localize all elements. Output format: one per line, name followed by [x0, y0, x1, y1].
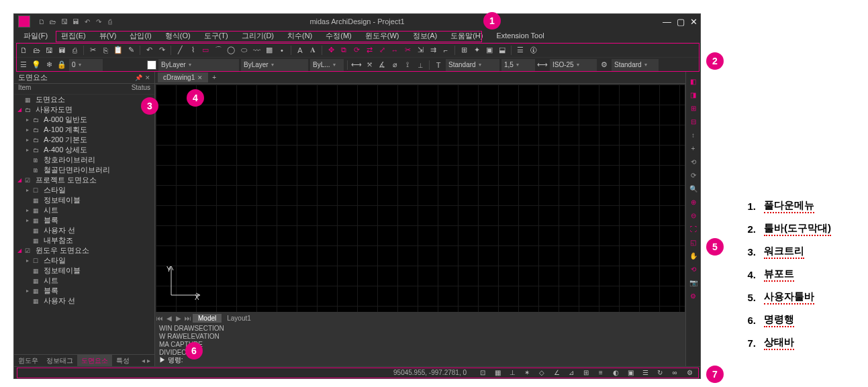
- maximize-button[interactable]: ▢: [677, 17, 685, 27]
- tree-twisty-icon[interactable]: ▸: [25, 187, 30, 193]
- add-tab-button[interactable]: +: [208, 74, 220, 81]
- tree-node[interactable]: ◢☑프로젝트 도면요소: [14, 175, 154, 185]
- layout-first-icon[interactable]: ⏮: [155, 315, 164, 322]
- tree-node[interactable]: ▦내부참조: [14, 235, 154, 245]
- tb-block-icon[interactable]: ▣: [484, 45, 495, 56]
- tb2-lock-icon[interactable]: 🔒: [56, 60, 67, 70]
- tb-mtext-icon[interactable]: 𝐀: [307, 45, 318, 56]
- qat-print-icon[interactable]: ⎙: [105, 17, 115, 26]
- status-dyn-icon[interactable]: ⊞: [581, 368, 591, 378]
- tb-hatch-icon[interactable]: ▩: [264, 45, 275, 56]
- tree-twisty-icon[interactable]: ▸: [25, 117, 30, 123]
- tree-node[interactable]: ▦정보테이블: [14, 266, 154, 276]
- status-sel-icon[interactable]: ☰: [640, 368, 650, 378]
- tb-move-icon[interactable]: ✥: [326, 45, 336, 56]
- rt-icon-9[interactable]: 🔍: [688, 183, 699, 194]
- layout-next-icon[interactable]: ▶: [174, 315, 183, 322]
- menu-file[interactable]: 파일(F): [18, 30, 53, 42]
- tree-node[interactable]: ▸🗀A-100 계획도: [14, 125, 154, 135]
- close-tab-icon[interactable]: ✕: [197, 74, 203, 81]
- tree-node[interactable]: ▦사용자 선: [14, 225, 154, 235]
- tb-mirror-icon[interactable]: ⇄: [364, 45, 375, 56]
- tree-node[interactable]: ▦시트: [14, 276, 154, 286]
- tree-node[interactable]: ▦사용자 선: [14, 296, 154, 306]
- status-ws-icon[interactable]: ⚙: [684, 368, 695, 378]
- color-dropdown[interactable]: ByLayer ▾: [241, 59, 308, 71]
- tb-match-icon[interactable]: ✎: [126, 45, 136, 56]
- qat-redo-icon[interactable]: ↷: [94, 17, 103, 26]
- color-swatch[interactable]: [147, 60, 156, 70]
- rt-icon-1[interactable]: ◧: [688, 76, 699, 87]
- tree-node[interactable]: ▸▦블록: [14, 215, 154, 225]
- tree-twisty-icon[interactable]: ▸: [25, 147, 30, 153]
- tb-layer-icon[interactable]: ☰: [515, 45, 526, 56]
- menu-edit[interactable]: 편집(E): [56, 30, 91, 42]
- pin-icon[interactable]: 📌: [135, 74, 142, 81]
- tree-node[interactable]: ◢🗀사용자도면: [14, 105, 154, 115]
- rt-icon-16[interactable]: 📷: [688, 277, 699, 288]
- rt-icon-6[interactable]: +: [688, 143, 699, 154]
- tb-undo-icon[interactable]: ↶: [144, 45, 154, 56]
- menu-help[interactable]: 도움말(H): [445, 30, 488, 42]
- rt-icon-2[interactable]: ◨: [688, 89, 699, 100]
- tree-node[interactable]: ▦도면요소: [14, 95, 154, 105]
- tb-copy2-icon[interactable]: ⧉: [338, 45, 349, 56]
- menu-draw[interactable]: 그리기(D): [236, 30, 279, 42]
- tb-array-icon[interactable]: ⊞: [459, 45, 469, 56]
- std-dropdown[interactable]: Standard ▾: [612, 59, 659, 71]
- tree-node[interactable]: ▸▦시트: [14, 205, 154, 215]
- tree-twisty-icon[interactable]: ▸: [25, 137, 30, 143]
- tree-twisty-icon[interactable]: ◢: [17, 107, 22, 113]
- rt-icon-13[interactable]: ◱: [688, 237, 699, 247]
- menu-insert[interactable]: 삽입(I): [124, 30, 156, 42]
- tb2-dimstyle-icon[interactable]: ⟷: [537, 60, 548, 70]
- tb-scale-icon[interactable]: ⤢: [377, 45, 387, 56]
- tb-offset-icon[interactable]: ⇉: [428, 45, 438, 56]
- layout-last-icon[interactable]: ⏭: [183, 315, 193, 322]
- tb2-layers-icon[interactable]: ☰: [18, 60, 29, 70]
- tb-copy-icon[interactable]: ⎘: [100, 45, 111, 56]
- command-prompt[interactable]: ▶ 명령:: [159, 355, 681, 365]
- tree-twisty-icon[interactable]: ◢: [17, 177, 22, 183]
- close-button[interactable]: ✕: [690, 17, 697, 27]
- tb-insert-icon[interactable]: ⬓: [497, 45, 508, 56]
- tree-twisty-icon[interactable]: ▸: [25, 207, 30, 213]
- menu-tools[interactable]: 도구(T): [199, 30, 234, 42]
- tb2-dim2-icon[interactable]: ⤧: [364, 60, 375, 70]
- tb2-std-icon[interactable]: ⚙: [599, 60, 610, 70]
- minimize-button[interactable]: —: [663, 17, 671, 27]
- tb2-dim1-icon[interactable]: ⟷: [351, 60, 362, 70]
- tb-cut-icon[interactable]: ✂: [87, 45, 98, 56]
- rt-icon-12[interactable]: ⛶: [688, 223, 699, 234]
- tb-rect-icon[interactable]: ▭: [200, 45, 211, 56]
- tb2-dim4-icon[interactable]: ⌀: [389, 60, 400, 70]
- menu-dimension[interactable]: 치수(N): [282, 30, 318, 42]
- linetype-dropdown[interactable]: ByL... ▾: [310, 59, 344, 71]
- status-ducs-icon[interactable]: ⊿: [566, 368, 577, 378]
- tree-tab-properties[interactable]: 특성: [112, 355, 134, 367]
- tree-tab-infotag[interactable]: 정보태그: [42, 355, 77, 367]
- tree-tab-window[interactable]: 윈도우: [14, 355, 42, 367]
- status-ortho-icon[interactable]: ⊥: [507, 368, 518, 378]
- tree-twisty-icon[interactable]: ▸: [25, 288, 30, 294]
- tree-node[interactable]: ▸🗀A-200 기본도: [14, 135, 154, 145]
- lineweight-dropdown[interactable]: 0 ▾: [69, 59, 103, 71]
- tb-fillet-icon[interactable]: ⌐: [440, 45, 451, 56]
- tree-node[interactable]: 🗎창호라이브러리: [14, 155, 154, 165]
- layout-tab-model[interactable]: Model: [193, 314, 222, 323]
- tb-extend-icon[interactable]: ⇲: [415, 45, 426, 56]
- status-osnap-icon[interactable]: ◇: [536, 368, 547, 378]
- rt-icon-4[interactable]: ⊟: [688, 116, 699, 127]
- tb-spline-icon[interactable]: 〰: [251, 45, 262, 56]
- tree-node[interactable]: ▦정보테이블: [14, 195, 154, 205]
- viewport[interactable]: Y X: [155, 84, 685, 313]
- qat-saveall-icon[interactable]: 🖬: [71, 17, 81, 26]
- tree-node[interactable]: ▸🗀A-000 일반도: [14, 115, 154, 125]
- textstyle-dropdown[interactable]: Standard ▾: [446, 59, 499, 71]
- tb2-dim5-icon[interactable]: ⟟: [402, 60, 413, 70]
- dimstyle-dropdown[interactable]: ISO-25 ▾: [550, 59, 597, 71]
- tb-rotate-icon[interactable]: ⟳: [351, 45, 362, 56]
- status-qs-icon[interactable]: ▣: [625, 368, 636, 378]
- tb-stretch-icon[interactable]: ↔: [389, 45, 400, 56]
- tree-node[interactable]: ◢☑윈도우 도면요소: [14, 245, 154, 256]
